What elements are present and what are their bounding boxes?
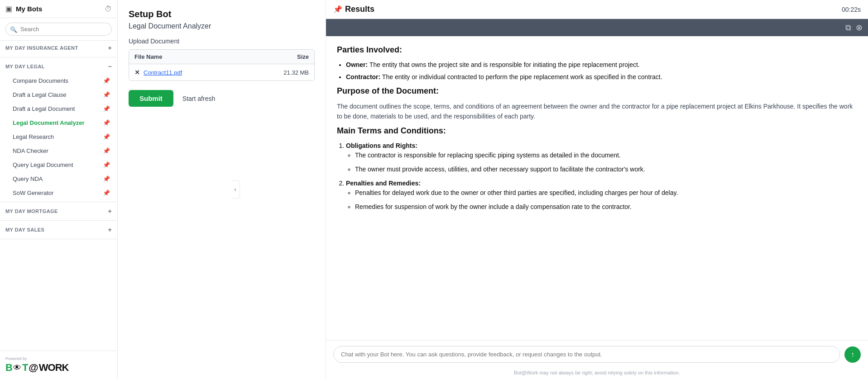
section-my-day-legal[interactable]: MY DAY LEGAL − bbox=[0, 59, 117, 74]
sidebar-item-legal-document-analyzer[interactable]: Legal Document Analyzer 📌 bbox=[2, 116, 115, 129]
terms-item-2-label: Penalties and Remedies: bbox=[346, 180, 421, 187]
file-row: ✕ Contract11.pdf 21.32 MB bbox=[129, 64, 314, 81]
sidebar-header: ▣ My Bots ⏱ bbox=[0, 0, 117, 18]
party-contractor: Contractor: The entity or individual con… bbox=[346, 72, 857, 82]
nav-item-label: NDA Checker bbox=[13, 147, 48, 154]
logo-b: B bbox=[5, 362, 12, 374]
nav-item-label: Query NDA bbox=[13, 175, 43, 182]
search-bar-container: 🔍 bbox=[0, 18, 117, 41]
parties-heading: Parties Involved: bbox=[337, 45, 857, 55]
history-icon[interactable]: ⏱ bbox=[105, 5, 112, 13]
party-owner-label: Owner: bbox=[346, 61, 368, 68]
section-toggle-icon: + bbox=[108, 208, 112, 215]
pin-icon: 📌 bbox=[103, 161, 110, 168]
section-my-day-sales[interactable]: MY DAY SALES + bbox=[0, 223, 117, 237]
sidebar-item-compare-documents[interactable]: Compare Documents 📌 bbox=[2, 74, 115, 87]
remove-file-button[interactable]: ✕ bbox=[134, 69, 140, 76]
terms-heading: Main Terms and Conditions: bbox=[337, 126, 857, 136]
section-my-day-insurance-agent[interactable]: MY DAY INSURANCE AGENT + bbox=[0, 41, 117, 55]
nav-item-label: Query Legal Document bbox=[13, 161, 73, 168]
sidebar-item-draft-legal-clause[interactable]: Draft a Legal Clause 📌 bbox=[2, 88, 115, 101]
purpose-text: The document outlines the scope, terms, … bbox=[337, 101, 857, 122]
sidebar-item-query-legal-document[interactable]: Query Legal Document 📌 bbox=[2, 158, 115, 171]
parties-list: Owner: The entity that owns the project … bbox=[337, 60, 857, 82]
pin-icon: 📌 bbox=[103, 91, 110, 98]
party-contractor-label: Contractor: bbox=[346, 73, 380, 81]
nav-item-label: Legal Research bbox=[13, 133, 54, 140]
sidebar-item-legal-research[interactable]: Legal Research 📌 bbox=[2, 130, 115, 143]
section-toggle-icon: − bbox=[108, 63, 112, 70]
section-toggle-icon: + bbox=[108, 226, 112, 233]
sidebar-item-nda-checker[interactable]: NDA Checker 📌 bbox=[2, 144, 115, 157]
results-title-text: Results bbox=[345, 5, 374, 14]
sidebar-title: My Bots bbox=[16, 5, 101, 13]
terms-bullet: Penalties for delayed work due to the ow… bbox=[355, 188, 857, 198]
collapse-sidebar-button[interactable]: ‹ bbox=[231, 180, 240, 199]
party-owner: Owner: The entity that owns the project … bbox=[346, 60, 857, 70]
search-input[interactable] bbox=[5, 23, 112, 36]
terms-item-2-bullets: Penalties for delayed work due to the ow… bbox=[346, 188, 857, 212]
chat-input[interactable] bbox=[333, 346, 840, 363]
file-link[interactable]: Contract11.pdf bbox=[144, 69, 268, 76]
terms-bullet: The contractor is responsible for replac… bbox=[355, 151, 857, 160]
nav-item-label: Legal Document Analyzer bbox=[13, 119, 84, 126]
main-content: Setup Bot Legal Document Analyzer Upload… bbox=[118, 0, 868, 379]
pin-icon: 📌 bbox=[103, 119, 110, 126]
close-icon[interactable]: ⊗ bbox=[856, 23, 863, 33]
results-pin-icon: 📌 bbox=[333, 5, 342, 14]
file-table-header: File Name Size bbox=[129, 50, 314, 64]
nav-item-label: Draft a Legal Document bbox=[13, 105, 75, 112]
disclaimer-text: Bot@Work may not always be right; avoid … bbox=[326, 368, 868, 379]
pin-icon: 📌 bbox=[103, 175, 110, 182]
chat-send-button[interactable]: ↑ bbox=[844, 346, 861, 363]
terms-item-1-bullets: The contractor is responsible for replac… bbox=[346, 151, 857, 174]
results-panel: 📌 Results 00:22s ⧉ ⊗ Parties Involved: O… bbox=[326, 0, 868, 379]
section-toggle-icon: + bbox=[108, 44, 112, 52]
pin-icon: 📌 bbox=[103, 77, 110, 84]
setup-panel: Setup Bot Legal Document Analyzer Upload… bbox=[118, 0, 326, 379]
sidebar-item-sow-generator[interactable]: SoW Generator 📌 bbox=[2, 186, 115, 199]
upload-label: Upload Document bbox=[129, 38, 315, 45]
submit-button[interactable]: Submit bbox=[129, 90, 173, 107]
col-header-size: Size bbox=[268, 53, 309, 60]
chat-bar: ↑ bbox=[326, 340, 868, 368]
logo-at: @ bbox=[29, 362, 38, 374]
nav-item-label: Compare Documents bbox=[13, 77, 68, 84]
pin-icon: 📌 bbox=[103, 147, 110, 154]
sidebar: ▣ My Bots ⏱ 🔍 MY DAY INSURANCE AGENT + M… bbox=[0, 0, 118, 379]
logo-work: WORK bbox=[39, 362, 69, 374]
pin-icon: 📌 bbox=[103, 133, 110, 140]
results-timer: 00:22s bbox=[842, 6, 861, 13]
terms-item-2: Penalties and Remedies: Penalties for de… bbox=[346, 179, 857, 212]
sidebar-item-draft-legal-document[interactable]: Draft a Legal Document 📌 bbox=[2, 102, 115, 115]
results-content: Parties Involved: Owner: The entity that… bbox=[326, 36, 868, 340]
powered-by-label: Powered by bbox=[5, 356, 27, 361]
col-header-filename: File Name bbox=[134, 53, 268, 60]
logo-t: T bbox=[22, 362, 28, 374]
section-my-day-mortgage[interactable]: MY DAY MORTGAGE + bbox=[0, 204, 117, 218]
terms-bullet: The owner must provide access, utilities… bbox=[355, 165, 857, 174]
results-title: 📌 Results bbox=[333, 5, 374, 14]
nav-item-label: SoW Generator bbox=[13, 190, 53, 196]
search-icon: 🔍 bbox=[10, 26, 17, 33]
copy-icon[interactable]: ⧉ bbox=[845, 23, 851, 33]
start-afresh-link[interactable]: Start afresh bbox=[182, 95, 215, 102]
bot-icon: ▣ bbox=[5, 5, 12, 13]
sidebar-footer: Powered by B 👁 T @ WORK bbox=[0, 351, 117, 379]
terms-item-1-label: Obligations and Rights: bbox=[346, 142, 417, 149]
terms-list: Obligations and Rights: The contractor i… bbox=[337, 141, 857, 212]
section-label: MY DAY MORTGAGE bbox=[5, 208, 58, 214]
section-label: MY DAY INSURANCE AGENT bbox=[5, 45, 78, 51]
purpose-heading: Purpose of the Document: bbox=[337, 86, 857, 96]
setup-subtitle: Legal Document Analyzer bbox=[129, 22, 315, 30]
nav-item-label: Draft a Legal Clause bbox=[13, 91, 67, 98]
results-toolbar: ⧉ ⊗ bbox=[326, 19, 868, 36]
section-label: MY DAY SALES bbox=[5, 227, 44, 232]
content-area: Setup Bot Legal Document Analyzer Upload… bbox=[118, 0, 868, 379]
logo-eye1: 👁 bbox=[13, 363, 21, 373]
section-label: MY DAY LEGAL bbox=[5, 64, 45, 69]
file-size: 21.32 MB bbox=[268, 69, 309, 76]
file-table: File Name Size ✕ Contract11.pdf 21.32 MB bbox=[129, 49, 315, 81]
pin-icon: 📌 bbox=[103, 105, 110, 112]
sidebar-item-query-nda[interactable]: Query NDA 📌 bbox=[2, 172, 115, 185]
